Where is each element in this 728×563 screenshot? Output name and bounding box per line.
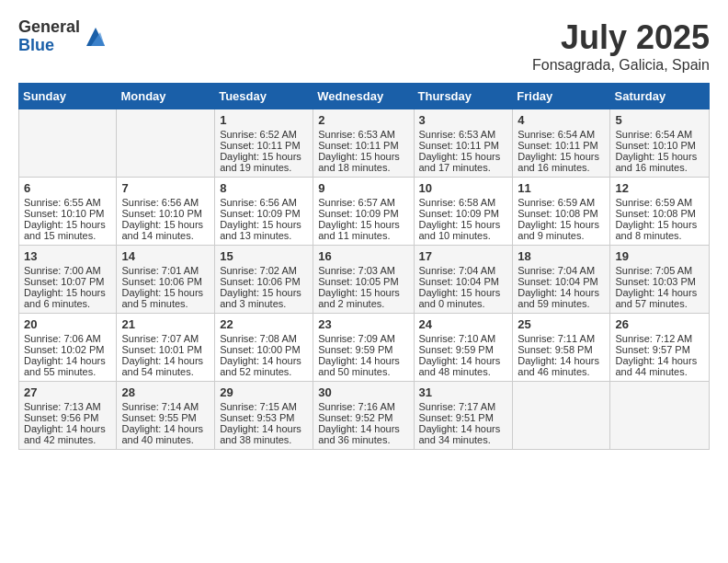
weekday-header-saturday: Saturday bbox=[610, 84, 710, 109]
calendar-cell: 17Sunrise: 7:04 AMSunset: 10:04 PMDaylig… bbox=[414, 246, 513, 314]
calendar-week-row: 13Sunrise: 7:00 AMSunset: 10:07 PMDaylig… bbox=[19, 246, 710, 314]
day-info: Sunrise: 6:52 AM bbox=[220, 129, 308, 140]
day-info: Sunset: 9:57 PM bbox=[615, 344, 704, 355]
calendar-cell: 15Sunrise: 7:02 AMSunset: 10:06 PMDaylig… bbox=[215, 246, 313, 314]
calendar-cell bbox=[19, 109, 117, 178]
day-info: Sunset: 10:10 PM bbox=[121, 208, 210, 219]
day-info: Daylight: 14 hours and 50 minutes. bbox=[318, 355, 408, 377]
day-info: Sunrise: 7:16 AM bbox=[318, 401, 408, 412]
day-info: Sunrise: 7:09 AM bbox=[318, 333, 408, 344]
day-info: Sunset: 10:11 PM bbox=[220, 140, 308, 151]
day-number: 29 bbox=[220, 385, 308, 399]
day-number: 7 bbox=[121, 181, 210, 195]
day-info: Sunrise: 7:13 AM bbox=[24, 401, 111, 412]
day-number: 10 bbox=[419, 181, 508, 195]
day-info: Sunrise: 7:12 AM bbox=[615, 333, 704, 344]
day-info: Sunrise: 7:05 AM bbox=[615, 265, 704, 276]
day-info: Sunset: 10:00 PM bbox=[220, 344, 308, 355]
day-info: Sunset: 10:06 PM bbox=[220, 276, 308, 287]
day-number: 14 bbox=[121, 249, 210, 263]
day-info: Sunset: 10:08 PM bbox=[615, 208, 704, 219]
day-info: Daylight: 14 hours and 57 minutes. bbox=[615, 287, 704, 309]
calendar-cell: 5Sunrise: 6:54 AMSunset: 10:10 PMDayligh… bbox=[610, 109, 710, 178]
calendar-cell: 8Sunrise: 6:56 AMSunset: 10:09 PMDayligh… bbox=[215, 178, 313, 246]
day-info: Sunset: 10:02 PM bbox=[24, 344, 111, 355]
day-number: 9 bbox=[318, 181, 408, 195]
calendar-table: SundayMondayTuesdayWednesdayThursdayFrid… bbox=[18, 83, 710, 450]
day-info: Sunrise: 7:02 AM bbox=[220, 265, 308, 276]
day-number: 28 bbox=[121, 385, 210, 399]
day-info: Sunrise: 6:54 AM bbox=[518, 129, 605, 140]
day-info: Daylight: 14 hours and 52 minutes. bbox=[220, 355, 308, 377]
calendar-cell: 4Sunrise: 6:54 AMSunset: 10:11 PMDayligh… bbox=[513, 109, 610, 178]
logo-icon bbox=[82, 23, 109, 51]
day-info: Daylight: 15 hours and 17 minutes. bbox=[419, 151, 508, 173]
day-number: 18 bbox=[518, 249, 605, 263]
day-number: 26 bbox=[615, 317, 704, 331]
calendar-cell: 30Sunrise: 7:16 AMSunset: 9:52 PMDayligh… bbox=[313, 382, 414, 450]
day-number: 16 bbox=[318, 249, 408, 263]
day-number: 1 bbox=[220, 113, 308, 127]
calendar-cell: 26Sunrise: 7:12 AMSunset: 9:57 PMDayligh… bbox=[610, 314, 710, 382]
day-info: Sunset: 9:55 PM bbox=[121, 412, 210, 423]
day-info: Sunset: 10:10 PM bbox=[24, 208, 111, 219]
weekday-header-monday: Monday bbox=[117, 84, 215, 109]
calendar-cell: 10Sunrise: 6:58 AMSunset: 10:09 PMDaylig… bbox=[414, 178, 513, 246]
day-info: Sunrise: 6:53 AM bbox=[318, 129, 408, 140]
weekday-header-friday: Friday bbox=[513, 84, 610, 109]
day-info: Daylight: 14 hours and 38 minutes. bbox=[220, 423, 308, 445]
weekday-header-sunday: Sunday bbox=[19, 84, 117, 109]
calendar-cell: 16Sunrise: 7:03 AMSunset: 10:05 PMDaylig… bbox=[313, 246, 414, 314]
day-info: Sunset: 9:52 PM bbox=[318, 412, 408, 423]
weekday-header-tuesday: Tuesday bbox=[215, 84, 313, 109]
day-number: 27 bbox=[24, 385, 111, 399]
day-info: Sunset: 10:09 PM bbox=[318, 208, 408, 219]
day-info: Sunset: 10:10 PM bbox=[615, 140, 704, 151]
calendar-cell: 22Sunrise: 7:08 AMSunset: 10:00 PMDaylig… bbox=[215, 314, 313, 382]
day-info: Sunset: 9:51 PM bbox=[419, 412, 508, 423]
logo-general: General bbox=[18, 18, 80, 37]
day-info: Sunrise: 7:01 AM bbox=[121, 265, 210, 276]
day-info: Daylight: 15 hours and 15 minutes. bbox=[24, 219, 111, 241]
day-number: 19 bbox=[615, 249, 704, 263]
day-info: Sunrise: 7:08 AM bbox=[220, 333, 308, 344]
calendar-cell: 29Sunrise: 7:15 AMSunset: 9:53 PMDayligh… bbox=[215, 382, 313, 450]
calendar-cell: 1Sunrise: 6:52 AMSunset: 10:11 PMDayligh… bbox=[215, 109, 313, 178]
day-number: 30 bbox=[318, 385, 408, 399]
calendar-cell: 23Sunrise: 7:09 AMSunset: 9:59 PMDayligh… bbox=[313, 314, 414, 382]
calendar-cell: 25Sunrise: 7:11 AMSunset: 9:58 PMDayligh… bbox=[513, 314, 610, 382]
calendar-cell: 13Sunrise: 7:00 AMSunset: 10:07 PMDaylig… bbox=[19, 246, 117, 314]
day-info: Daylight: 14 hours and 46 minutes. bbox=[518, 355, 605, 377]
calendar-week-row: 6Sunrise: 6:55 AMSunset: 10:10 PMDayligh… bbox=[19, 178, 710, 246]
weekday-header-thursday: Thursday bbox=[414, 84, 513, 109]
day-info: Daylight: 14 hours and 34 minutes. bbox=[419, 423, 508, 445]
day-info: Daylight: 15 hours and 16 minutes. bbox=[615, 151, 704, 173]
day-info: Sunset: 10:05 PM bbox=[318, 276, 408, 287]
day-number: 11 bbox=[518, 181, 605, 195]
day-info: Sunrise: 7:00 AM bbox=[24, 265, 111, 276]
day-info: Sunset: 9:59 PM bbox=[318, 344, 408, 355]
month-title: July 2025 bbox=[532, 18, 710, 57]
day-info: Sunrise: 6:57 AM bbox=[318, 197, 408, 208]
day-info: Daylight: 14 hours and 44 minutes. bbox=[615, 355, 704, 377]
calendar-cell: 20Sunrise: 7:06 AMSunset: 10:02 PMDaylig… bbox=[19, 314, 117, 382]
day-info: Sunset: 9:58 PM bbox=[518, 344, 605, 355]
day-info: Sunrise: 6:56 AM bbox=[121, 197, 210, 208]
calendar-cell: 28Sunrise: 7:14 AMSunset: 9:55 PMDayligh… bbox=[117, 382, 215, 450]
day-info: Daylight: 15 hours and 14 minutes. bbox=[121, 219, 210, 241]
day-number: 4 bbox=[518, 113, 605, 127]
day-info: Daylight: 15 hours and 2 minutes. bbox=[318, 287, 408, 309]
day-info: Daylight: 15 hours and 13 minutes. bbox=[220, 219, 308, 241]
calendar-cell: 2Sunrise: 6:53 AMSunset: 10:11 PMDayligh… bbox=[313, 109, 414, 178]
day-info: Sunset: 9:53 PM bbox=[220, 412, 308, 423]
calendar-week-row: 20Sunrise: 7:06 AMSunset: 10:02 PMDaylig… bbox=[19, 314, 710, 382]
calendar-cell: 7Sunrise: 6:56 AMSunset: 10:10 PMDayligh… bbox=[117, 178, 215, 246]
logo-text: General Blue bbox=[18, 18, 80, 55]
calendar-week-row: 1Sunrise: 6:52 AMSunset: 10:11 PMDayligh… bbox=[19, 109, 710, 178]
calendar-cell: 14Sunrise: 7:01 AMSunset: 10:06 PMDaylig… bbox=[117, 246, 215, 314]
day-info: Sunrise: 7:17 AM bbox=[419, 401, 508, 412]
day-info: Sunset: 10:08 PM bbox=[518, 208, 605, 219]
day-info: Sunset: 10:11 PM bbox=[518, 140, 605, 151]
calendar-cell bbox=[117, 109, 215, 178]
calendar-cell: 27Sunrise: 7:13 AMSunset: 9:56 PMDayligh… bbox=[19, 382, 117, 450]
